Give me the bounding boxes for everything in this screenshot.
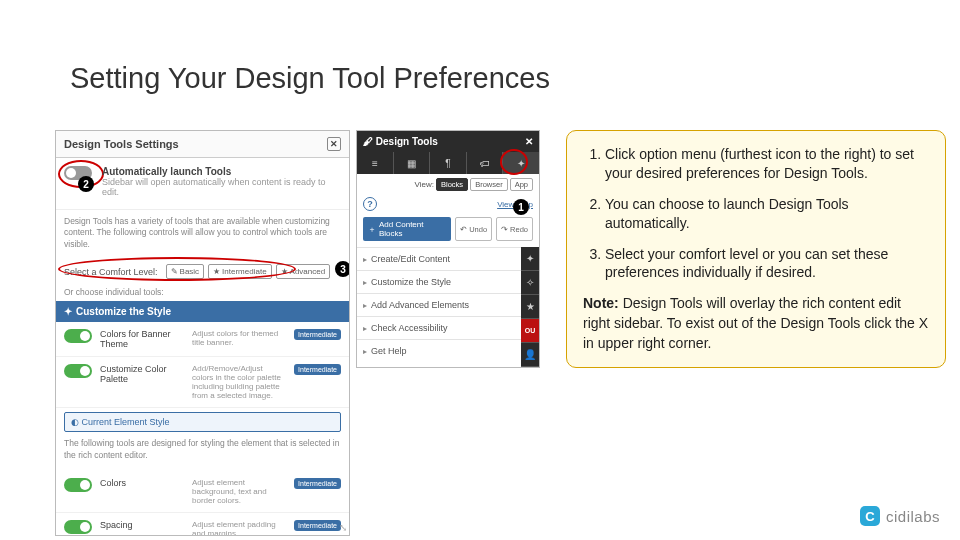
instructions-list: Click option menu (furthest icon to the … bbox=[583, 145, 931, 282]
close-icon[interactable]: ✕ bbox=[327, 137, 341, 151]
right-rail: ✦ ✧ ★ OU 👤 bbox=[521, 247, 539, 367]
view-label: View: bbox=[415, 180, 434, 189]
design-tools-sidebar: 🖌 Design Tools ✕ ≡ ▦ ¶ 🏷 ✦ 1 View: Block… bbox=[356, 130, 540, 368]
element-style-paragraph: The following tools are designed for sty… bbox=[56, 436, 349, 471]
close-icon[interactable]: ✕ bbox=[525, 136, 533, 147]
tool-badge: Intermediate bbox=[294, 520, 341, 531]
logo-mark: C bbox=[860, 506, 880, 526]
tab-icon-settings[interactable]: ✦ bbox=[503, 152, 539, 174]
tool-desc: Add/Remove/Adjust colors in the color pa… bbox=[192, 364, 286, 400]
undo-button[interactable]: ↶ Undo bbox=[455, 217, 492, 241]
view-row: View: Blocks Browser App bbox=[357, 174, 539, 195]
auto-launch-row: 2 Automatically launch Tools Sidebar wil… bbox=[56, 158, 349, 210]
rail-ou-icon[interactable]: OU bbox=[521, 319, 539, 343]
callout-1: 1 bbox=[513, 199, 529, 215]
toggle-spacing[interactable] bbox=[64, 520, 92, 534]
settings-header: Design Tools Settings ✕ bbox=[56, 131, 349, 158]
tool-row-color-palette: Customize Color Palette Add/Remove/Adjus… bbox=[56, 357, 349, 408]
comfort-label: Select a Comfort Level: bbox=[64, 267, 158, 277]
tool-desc: Adjust element background, text and bord… bbox=[192, 478, 286, 505]
instruction-item: Click option menu (furthest icon to the … bbox=[605, 145, 931, 183]
rail-person-icon[interactable]: 👤 bbox=[521, 343, 539, 367]
tool-badge: Intermediate bbox=[294, 329, 341, 340]
settings-panel: Design Tools Settings ✕ 2 Automatically … bbox=[55, 130, 350, 536]
comfort-basic[interactable]: ✎ Basic bbox=[166, 264, 205, 279]
rail-star-icon[interactable]: ★ bbox=[521, 295, 539, 319]
dt-header: 🖌 Design Tools ✕ bbox=[357, 131, 539, 152]
callout-2: 2 bbox=[78, 176, 94, 192]
instructions-box: Click option menu (furthest icon to the … bbox=[566, 130, 946, 368]
dt-title: Design Tools bbox=[376, 136, 438, 147]
help-icon[interactable]: ? bbox=[363, 197, 377, 211]
tool-name: Colors for Banner Theme bbox=[100, 329, 184, 349]
section-customize-style[interactable]: ✦ Customize the Style bbox=[56, 301, 349, 322]
tool-desc: Adjust element padding and margins. bbox=[192, 520, 286, 536]
resize-handle-icon[interactable]: ⤡ bbox=[339, 522, 347, 533]
view-blocks[interactable]: Blocks bbox=[436, 178, 468, 191]
variety-paragraph: Design Tools has a variety of tools that… bbox=[56, 210, 349, 260]
redo-button[interactable]: ↷ Redo bbox=[496, 217, 533, 241]
menu-advanced-elements[interactable]: Add Advanced Elements bbox=[357, 293, 521, 316]
logo-text: cidilabs bbox=[886, 508, 940, 525]
toggle-banner-colors[interactable] bbox=[64, 329, 92, 343]
instruction-item: Select your comfort level or you can set… bbox=[605, 245, 931, 283]
tab-icon-tag[interactable]: 🏷 bbox=[467, 152, 504, 174]
rail-sparkle-icon[interactable]: ✧ bbox=[521, 271, 539, 295]
dt-icon-toolbar: ≡ ▦ ¶ 🏷 ✦ bbox=[357, 152, 539, 174]
callout-3: 3 bbox=[335, 261, 350, 277]
help-row: ? View Help bbox=[357, 195, 539, 217]
view-app[interactable]: App bbox=[510, 178, 533, 191]
instruction-item: You can choose to launch Design Tools au… bbox=[605, 195, 931, 233]
tab-icon-grid[interactable]: ▦ bbox=[394, 152, 431, 174]
current-element-style-bar[interactable]: ◐ Current Element Style bbox=[64, 412, 341, 432]
settings-header-title: Design Tools Settings bbox=[64, 138, 179, 150]
footer-logo: C cidilabs bbox=[860, 506, 940, 526]
instructions-note: Note: Design Tools will overlay the rich… bbox=[583, 294, 931, 353]
menu-customize-style[interactable]: Customize the Style bbox=[357, 270, 521, 293]
toggle-colors[interactable] bbox=[64, 478, 92, 492]
tool-name: Spacing bbox=[100, 520, 184, 530]
tool-desc: Adjust colors for themed title banner. bbox=[192, 329, 286, 347]
menu-create-edit[interactable]: Create/Edit Content bbox=[357, 247, 521, 270]
comfort-intermediate[interactable]: ★ Intermediate bbox=[208, 264, 271, 279]
rail-settings-icon[interactable]: ✦ bbox=[521, 247, 539, 271]
add-content-blocks-button[interactable]: ＋ Add Content Blocks bbox=[363, 217, 451, 241]
comfort-level-row: Select a Comfort Level: ✎ Basic ★ Interm… bbox=[56, 260, 349, 285]
slide-title: Setting Your Design Tool Preferences bbox=[70, 62, 550, 95]
auto-launch-desc: Sidebar will open automatically when con… bbox=[102, 177, 341, 197]
tool-badge: Intermediate bbox=[294, 478, 341, 489]
tool-badge: Intermediate bbox=[294, 364, 341, 375]
menu-check-accessibility[interactable]: Check Accessibility bbox=[357, 316, 521, 339]
menu-get-help[interactable]: Get Help bbox=[357, 339, 521, 362]
add-blocks-row: ＋ Add Content Blocks ↶ Undo ↷ Redo bbox=[357, 217, 539, 247]
tool-name: Customize Color Palette bbox=[100, 364, 184, 384]
tool-row-colors: Colors Adjust element background, text a… bbox=[56, 471, 349, 513]
toggle-color-palette[interactable] bbox=[64, 364, 92, 378]
tab-icon-list[interactable]: ≡ bbox=[357, 152, 394, 174]
auto-launch-title: Automatically launch Tools bbox=[102, 166, 341, 177]
tool-row-spacing: Spacing Adjust element padding and margi… bbox=[56, 513, 349, 536]
tool-row-banner-colors: Colors for Banner Theme Adjust colors fo… bbox=[56, 322, 349, 357]
tool-name: Colors bbox=[100, 478, 184, 488]
or-choose-label: Or choose individual tools: bbox=[56, 285, 349, 301]
view-browser[interactable]: Browser bbox=[470, 178, 508, 191]
tab-icon-text[interactable]: ¶ bbox=[430, 152, 467, 174]
comfort-advanced[interactable]: ★ Advanced bbox=[276, 264, 331, 279]
